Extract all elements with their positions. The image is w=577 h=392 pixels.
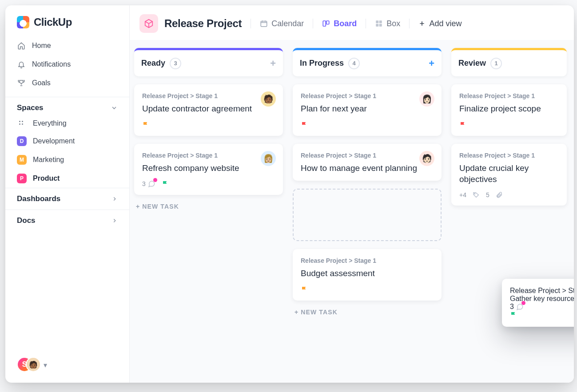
sidebar-item-marketing[interactable]: M Marketing: [5, 150, 129, 169]
svg-rect-5: [323, 21, 326, 26]
view-tab-box[interactable]: Box: [375, 19, 400, 28]
svg-point-3: [22, 123, 23, 125]
card-breadcrumb: Release Project > Stage 1: [301, 92, 434, 99]
tag-icon: [473, 191, 480, 198]
home-icon: [17, 41, 26, 50]
space-badge: P: [17, 174, 27, 183]
tag-count: +4: [459, 191, 466, 198]
card-breadcrumb: Release Project > Stage 1: [510, 287, 574, 295]
card-breadcrumb: Release Project > Stage 1: [301, 257, 434, 264]
column-header: Ready 3 +: [134, 48, 283, 76]
column-add-button[interactable]: +: [270, 58, 276, 69]
svg-rect-7: [376, 20, 379, 23]
svg-rect-9: [376, 24, 379, 27]
new-task-button[interactable]: + NEW TASK: [293, 309, 442, 316]
view-tab-board[interactable]: Board: [322, 19, 357, 28]
task-card[interactable]: 🧑🏾 Release Project > Stage 1 Update cont…: [134, 84, 283, 136]
sidebar-item-development[interactable]: D Development: [5, 132, 129, 150]
nav-label: Goals: [32, 79, 51, 87]
board-icon: [322, 20, 330, 28]
avatar: 👩🏻: [419, 91, 434, 107]
flag-icon: [301, 121, 309, 129]
svg-rect-4: [261, 21, 267, 27]
avatar: 🧑🏾: [261, 91, 276, 107]
chevron-down-icon: [111, 104, 118, 111]
nav-home[interactable]: Home: [5, 36, 129, 55]
avatar: 🧑🏻: [419, 151, 434, 166]
nav-goals[interactable]: Goals: [5, 74, 129, 92]
flag-icon: [459, 121, 467, 129]
sidebar-link-docs[interactable]: Docs: [5, 210, 129, 231]
column-count: 4: [348, 58, 360, 69]
svg-rect-10: [379, 24, 382, 27]
task-card[interactable]: 🧑🏻 Release Project > Stage 1 How to mana…: [293, 144, 442, 181]
column-title: Review: [458, 59, 486, 68]
board-area: Ready 3 + 🧑🏾 Release Project > Stage 1 U…: [130, 40, 574, 383]
spaces-header[interactable]: Spaces: [5, 97, 129, 115]
svg-rect-8: [379, 20, 382, 23]
dragging-card[interactable]: 👩🏼 Release Project > Stage 1 Gather key …: [502, 279, 574, 327]
nav-notifications[interactable]: Notifications: [5, 55, 129, 74]
avatar: 🧑🏾: [26, 357, 41, 372]
svg-point-1: [22, 121, 23, 122]
column-add-button[interactable]: +: [429, 58, 434, 69]
grid-icon: [17, 119, 27, 127]
sidebar-item-everything[interactable]: Everything: [5, 115, 129, 132]
notification-dot: [521, 301, 525, 305]
trophy-icon: [17, 79, 26, 87]
add-view-label: Add view: [429, 19, 462, 28]
view-tab-calendar[interactable]: Calendar: [260, 19, 304, 28]
card-title: Gather key resources: [510, 295, 574, 303]
flag-icon: [162, 180, 170, 188]
svg-point-2: [19, 123, 20, 125]
caret-down-icon: ▾: [44, 361, 47, 369]
avatar: 👩🏼: [261, 151, 276, 166]
chevron-right-icon: [111, 218, 118, 224]
calendar-icon: [260, 20, 268, 28]
view-tab-label: Board: [334, 19, 357, 28]
main-panel: Release Project Calendar Board: [130, 5, 574, 383]
profile-switcher[interactable]: S 🧑🏾 ▾: [5, 349, 129, 375]
card-breadcrumb: Release Project > Stage 1: [142, 92, 275, 99]
everything-label: Everything: [33, 119, 67, 127]
sidebar-link-dashboards[interactable]: Dashboards: [5, 188, 129, 210]
column-review: Review 1 Release Project > Stage 1 Final…: [451, 48, 567, 383]
card-title: Plan for next year: [301, 103, 434, 115]
card-breadcrumb: Release Project > Stage 1: [459, 152, 559, 159]
svg-rect-6: [326, 21, 329, 24]
task-card[interactable]: Release Project > Stage 1 Budget assessm…: [293, 249, 442, 301]
nav-label: Notifications: [32, 60, 71, 68]
bell-icon: [17, 60, 26, 69]
column-count: 1: [490, 58, 502, 69]
task-card[interactable]: Release Project > Stage 1 Update crucial…: [451, 144, 567, 206]
drop-placeholder[interactable]: [293, 189, 442, 241]
add-view-button[interactable]: Add view: [418, 19, 462, 28]
svg-point-11: [474, 193, 475, 194]
sidebar-link-label: Docs: [17, 216, 36, 225]
divider: [313, 19, 313, 28]
column-in-progress: In Progress 4 + 👩🏻 Release Project > Sta…: [293, 48, 442, 383]
spaces-title: Spaces: [17, 103, 44, 112]
card-title: Budget assessment: [301, 268, 434, 279]
comment-number: 3: [142, 180, 146, 187]
column-header: Review 1: [451, 48, 567, 76]
task-card[interactable]: Release Project > Stage 1 Finalize proje…: [451, 84, 567, 136]
card-breadcrumb: Release Project > Stage 1: [459, 92, 559, 99]
card-breadcrumb: Release Project > Stage 1: [142, 152, 275, 159]
task-card[interactable]: 👩🏻 Release Project > Stage 1 Plan for ne…: [293, 84, 442, 136]
brand-logo[interactable]: ClickUp: [5, 16, 129, 36]
project-title: Release Project: [164, 17, 242, 30]
app-window: ClickUp Home Notifications Goals Spaces: [5, 5, 574, 383]
view-tab-label: Calendar: [271, 19, 304, 28]
card-breadcrumb: Release Project > Stage 1: [301, 152, 434, 159]
comment-count: 3: [510, 303, 524, 311]
top-bar: Release Project Calendar Board: [130, 5, 574, 40]
divider: [251, 19, 251, 28]
new-task-button[interactable]: + NEW TASK: [134, 203, 283, 210]
space-badge: D: [17, 136, 27, 146]
flag-icon: [301, 285, 309, 293]
nav-label: Home: [32, 42, 51, 50]
sidebar-item-product[interactable]: P Product: [5, 169, 129, 188]
divider: [409, 19, 410, 28]
task-card[interactable]: 👩🏼 Release Project > Stage 1 Refresh com…: [134, 144, 283, 195]
